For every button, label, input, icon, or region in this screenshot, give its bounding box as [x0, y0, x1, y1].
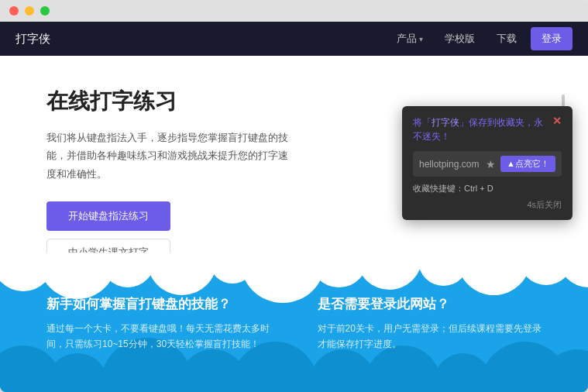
title-bar	[0, 0, 588, 22]
navbar: 打字侠 产品 ▾ 学校版 下载 登录	[0, 22, 588, 56]
hero-description: 我们将从键盘指法入手，逐步指导您掌握盲打键盘的技能，并借助各种趣味练习和游戏挑战…	[46, 129, 294, 183]
nav-item-download[interactable]: 下载	[489, 27, 524, 50]
cloud-section: 新手如何掌握盲打键盘的技能？ 通过每一个大卡，不要看键盘哦！每天无需花费太多时间…	[0, 253, 588, 392]
cloud-content: 新手如何掌握盲打键盘的技能？ 通过每一个大卡，不要看键盘哦！每天无需花费太多时间…	[0, 253, 588, 368]
minimize-dot[interactable]	[25, 6, 34, 15]
primary-cta-button[interactable]: 开始键盘指法练习	[46, 201, 170, 231]
nav-item-products[interactable]: 产品 ▾	[389, 27, 431, 50]
cloud-col-1-title: 新手如何掌握盲打键盘的技能？	[46, 295, 271, 313]
nav-item-school[interactable]: 学校版	[437, 27, 483, 50]
popup-url-right: ★ ▲点亮它！	[486, 156, 555, 172]
popup-title-text: 将「打字侠」保存到收藏夹，永不迷失！	[413, 115, 552, 143]
star-icon: ★	[486, 158, 496, 170]
main-content: 在线打字练习 我们将从键盘指法入手，逐步指导您掌握盲打键盘的技能，并借助各种趣味…	[0, 56, 588, 392]
chevron-down-icon: ▾	[419, 35, 423, 43]
cloud-col-2-title: 是否需要登录此网站？	[318, 295, 542, 313]
close-dot[interactable]	[9, 6, 19, 15]
cloud-col-1: 新手如何掌握盲打键盘的技能？ 通过每一个大卡，不要看键盘哦！每天无需花费太多时间…	[46, 295, 271, 352]
popup-timer: 4s后关闭	[413, 199, 562, 211]
highlight-button[interactable]: ▲点亮它！	[500, 156, 555, 172]
cloud-col-2-desc: 对于前20关卡，用户无需登录；但后续课程需要先登录才能保存打字进度。	[318, 321, 542, 352]
login-button[interactable]: 登录	[531, 27, 573, 50]
popup-title-highlight: 打字侠	[432, 117, 459, 128]
popup-url-bar: hellotping.com ★ ▲点亮它！	[413, 151, 562, 177]
app-window: 打字侠 产品 ▾ 学校版 下载 登录 在线打字练习 我们将从键盘指法入手，逐步指…	[0, 0, 588, 392]
popup-close-button[interactable]: ✕	[552, 115, 562, 126]
logo: 打字侠	[15, 32, 50, 46]
bookmark-popup: 将「打字侠」保存到收藏夹，永不迷失！ ✕ hellotping.com ★ ▲点…	[402, 106, 573, 220]
popup-url-text: hellotping.com	[419, 159, 479, 170]
popup-header: 将「打字侠」保存到收藏夹，永不迷失！ ✕	[413, 115, 562, 143]
popup-shortcut: 收藏快捷键：Ctrl + D	[413, 183, 562, 194]
maximize-dot[interactable]	[40, 6, 50, 15]
shortcut-key: Ctrl + D	[464, 184, 493, 193]
cloud-col-2: 是否需要登录此网站？ 对于前20关卡，用户无需登录；但后续课程需要先登录才能保存…	[318, 295, 542, 352]
nav-menu: 产品 ▾ 学校版 下载 登录	[389, 27, 573, 50]
cloud-col-1-desc: 通过每一个大卡，不要看键盘哦！每天无需花费太多时间，只需练习10~15分钟，30…	[46, 321, 271, 352]
